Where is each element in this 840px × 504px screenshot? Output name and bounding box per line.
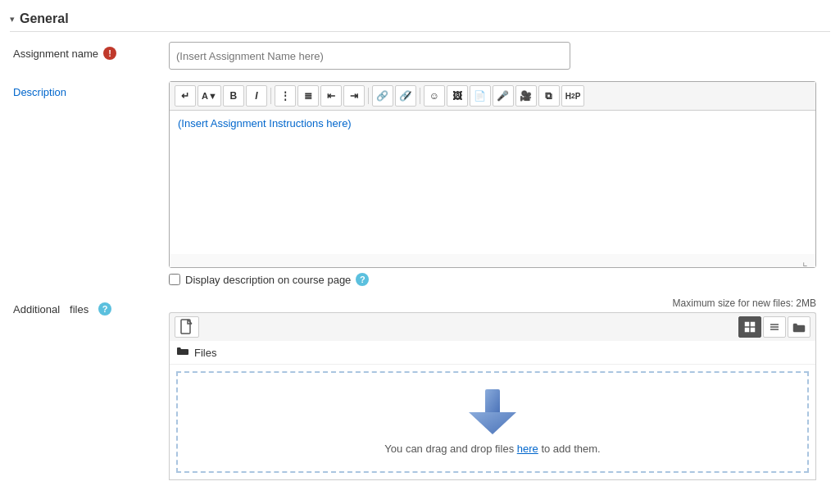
toolbar-video-button[interactable]: 🎥: [515, 85, 537, 107]
additional-files-widget: Maximum size for new files: 2MB: [169, 297, 816, 480]
toolbar-sep-1: [270, 88, 271, 104]
description-content: ↵ A▼ B I ⋮ ≣ ⇤ ⇥: [169, 81, 830, 286]
svg-rect-3: [751, 322, 755, 326]
svg-rect-9: [485, 389, 500, 414]
drop-zone[interactable]: You can drag and drop files here to add …: [176, 371, 809, 473]
display-description-checkbox[interactable]: [169, 274, 180, 285]
display-description-help-icon[interactable]: ?: [356, 273, 369, 286]
list-view-button[interactable]: [763, 316, 786, 338]
section-title: General: [20, 11, 69, 26]
editor-toolbar: ↵ A▼ B I ⋮ ≣ ⇤ ⇥: [170, 82, 815, 111]
toolbar-font-button[interactable]: A▼: [198, 85, 221, 107]
folder-icon: [176, 346, 189, 359]
drop-arrow-icon: [469, 389, 516, 434]
additional-files-label: Additional files ?: [13, 297, 169, 316]
required-error-icon: !: [103, 47, 116, 60]
svg-rect-4: [745, 328, 749, 332]
assignment-name-input[interactable]: [169, 42, 570, 70]
toolbar-h5p-button[interactable]: H2P: [561, 85, 585, 107]
files-folder-row: Files: [170, 341, 815, 365]
svg-marker-10: [469, 412, 516, 434]
folder-view-icon: [792, 322, 806, 333]
files-max-size-label: Maximum size for new files: 2MB: [169, 297, 816, 309]
toolbar-audio-button[interactable]: 🎤: [493, 85, 514, 107]
toolbar-indent-button[interactable]: ⇥: [343, 85, 365, 107]
files-toolbar-left: [175, 316, 199, 338]
editor-resize-handle: ⌞: [170, 254, 815, 267]
assignment-name-row: Assignment name !: [10, 42, 830, 70]
toolbar-italic-button[interactable]: I: [246, 85, 267, 107]
description-label: Description: [13, 81, 169, 98]
description-row: Description ↵ A▼ B I ⋮ ≣: [10, 81, 830, 286]
toolbar-outdent-button[interactable]: ⇤: [320, 85, 342, 107]
general-section-header: ▾ General: [10, 7, 830, 32]
file-icon: [179, 319, 194, 335]
svg-rect-2: [745, 322, 749, 326]
additional-files-row: Additional files ? Maximum size for new …: [10, 297, 830, 480]
toolbar-sep-2: [368, 88, 369, 104]
files-folder-name: Files: [194, 347, 216, 359]
toolbar-link-button[interactable]: 🔗: [372, 85, 393, 107]
files-toolbar: [169, 312, 816, 341]
svg-rect-5: [751, 328, 755, 332]
grid-view-button[interactable]: [738, 316, 761, 338]
toolbar-bold-button[interactable]: B: [223, 85, 244, 107]
svg-rect-0: [181, 320, 190, 334]
editor-placeholder: (Insert Assignment Instructions here): [178, 117, 352, 129]
toolbar-file-button[interactable]: 📄: [470, 85, 491, 107]
chevron-icon[interactable]: ▾: [10, 14, 15, 25]
toolbar-ul-button[interactable]: ⋮: [275, 85, 296, 107]
assignment-name-label: Assignment name !: [13, 42, 169, 60]
toolbar-ol-button[interactable]: ≣: [297, 85, 319, 107]
display-description-label[interactable]: Display description on course page: [185, 274, 351, 286]
folder-closed-icon: [176, 346, 189, 356]
file-add-button[interactable]: [175, 316, 199, 338]
drop-here-link[interactable]: here: [517, 443, 538, 455]
editor-body[interactable]: (Insert Assignment Instructions here): [170, 111, 815, 254]
toolbar-sep-3: [420, 88, 420, 104]
page-container: ▾ General Assignment name ! Description …: [0, 0, 840, 498]
toolbar-image-button[interactable]: 🖼: [447, 85, 468, 107]
list-view-icon: [769, 321, 780, 333]
toolbar-undo-button[interactable]: ↵: [175, 85, 196, 107]
drop-zone-text: You can drag and drop files here to add …: [384, 443, 600, 455]
files-view-buttons: [738, 316, 810, 338]
additional-files-content: Maximum size for new files: 2MB: [169, 297, 830, 480]
grid-view-icon: [744, 321, 756, 333]
toolbar-emoji-button[interactable]: ☺: [424, 85, 445, 107]
folder-view-button[interactable]: [788, 316, 810, 338]
resize-corner-icon: ⌞: [802, 256, 812, 266]
editor-container: ↵ A▼ B I ⋮ ≣ ⇤ ⇥: [169, 81, 816, 268]
toolbar-manage-button[interactable]: ⧉: [538, 85, 560, 107]
assignment-name-content: [169, 42, 830, 70]
toolbar-unlink-button[interactable]: 🔗̸: [395, 85, 416, 107]
description-checkbox-row: Display description on course page ?: [169, 273, 830, 286]
files-browser: Files: [169, 341, 816, 480]
additional-files-help-icon[interactable]: ?: [98, 302, 111, 316]
